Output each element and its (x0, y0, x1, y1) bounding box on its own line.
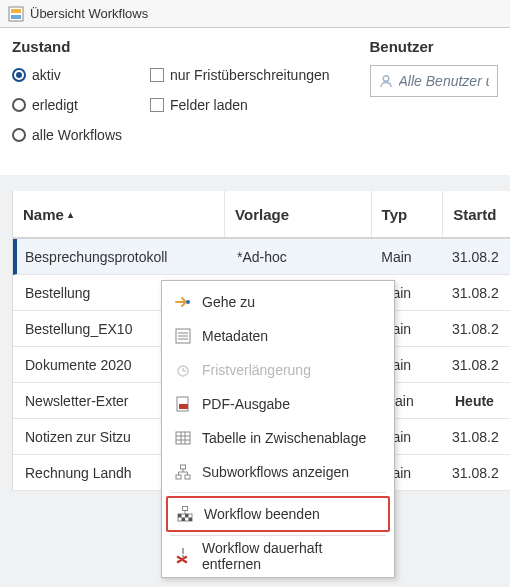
check-felder-laden[interactable]: Felder laden (150, 95, 330, 115)
col-header-startdatum[interactable]: Startd (443, 191, 510, 237)
svg-point-4 (186, 300, 190, 304)
check-label: nur Fristüberschreitungen (170, 67, 330, 83)
frist-icon (174, 361, 192, 379)
end-icon (176, 505, 194, 523)
menu-item-table[interactable]: Tabelle in Zwischenablage (166, 421, 390, 455)
svg-rect-2 (11, 15, 21, 19)
svg-rect-20 (176, 475, 181, 479)
col-header-label: Startd (453, 206, 496, 223)
svg-point-3 (383, 76, 389, 82)
cell-startdatum: 31.08.2 (440, 429, 510, 445)
cell-startdatum: 31.08.2 (440, 249, 510, 265)
goto-icon (174, 293, 192, 311)
pdf-icon (174, 395, 192, 413)
svg-rect-26 (185, 514, 189, 518)
filter-panel: Zustand aktiv erledigt alle Workflows (0, 28, 510, 175)
cell-vorlage: *Ad-hoc (225, 249, 369, 265)
cell-startdatum: 31.08.2 (440, 285, 510, 301)
radio-icon (12, 98, 26, 112)
cell-name: Besprechungsprotokoll (17, 249, 225, 265)
radio-alle-workflows[interactable]: alle Workflows (12, 125, 122, 145)
grid-header: Name Vorlage Typ Startd (13, 191, 510, 239)
checkbox-icon (150, 98, 164, 112)
window-title: Übersicht Workflows (30, 6, 148, 21)
menu-separator (170, 535, 386, 536)
user-icon (379, 74, 393, 88)
svg-rect-19 (181, 465, 186, 469)
menu-item-label: PDF-Ausgabe (202, 396, 290, 412)
svg-rect-27 (182, 518, 186, 522)
svg-rect-28 (189, 518, 193, 522)
del-icon (174, 547, 192, 565)
cell-startdatum: Heute (443, 393, 510, 409)
benutzer-heading: Benutzer (370, 38, 498, 55)
menu-item-label: Subworkflows anzeigen (202, 464, 349, 480)
menu-item-meta[interactable]: Metadaten (166, 319, 390, 353)
cell-startdatum: 31.08.2 (440, 465, 510, 481)
col-header-name[interactable]: Name (13, 191, 225, 237)
sub-icon (174, 463, 192, 481)
checkbox-icon (150, 68, 164, 82)
window-title-bar: Übersicht Workflows (0, 0, 510, 28)
radio-label: alle Workflows (32, 127, 122, 143)
menu-item-end[interactable]: Workflow beenden (166, 496, 390, 532)
col-header-label: Vorlage (235, 206, 289, 223)
svg-point-30 (182, 555, 184, 557)
cell-startdatum: 31.08.2 (440, 321, 510, 337)
radio-erledigt[interactable]: erledigt (12, 95, 122, 115)
cell-typ: Main (369, 249, 440, 265)
meta-icon (174, 327, 192, 345)
context-menu: Gehe zuMetadatenFristverlängerungPDF-Aus… (161, 280, 395, 578)
menu-item-label: Workflow beenden (204, 506, 320, 522)
col-header-label: Typ (382, 206, 408, 223)
radio-aktiv[interactable]: aktiv (12, 65, 122, 85)
app-icon (8, 6, 24, 22)
zustand-group: Zustand aktiv erledigt alle Workflows (12, 38, 330, 145)
svg-rect-25 (178, 514, 182, 518)
table-row[interactable]: Besprechungsprotokoll*Ad-hocMain31.08.2 (13, 239, 510, 275)
menu-item-del[interactable]: Workflow dauerhaft entfernen (166, 539, 390, 573)
menu-item-pdf[interactable]: PDF-Ausgabe (166, 387, 390, 421)
menu-item-label: Gehe zu (202, 294, 255, 310)
check-label: Felder laden (170, 97, 248, 113)
menu-separator (170, 492, 386, 493)
user-select[interactable]: Alle Benutzer und Gr (370, 65, 498, 97)
menu-item-goto[interactable]: Gehe zu (166, 285, 390, 319)
menu-item-label: Tabelle in Zwischenablage (202, 430, 366, 446)
menu-item-label: Fristverlängerung (202, 362, 311, 378)
zustand-heading: Zustand (12, 38, 330, 55)
svg-rect-22 (183, 507, 188, 511)
col-header-typ[interactable]: Typ (372, 191, 444, 237)
svg-rect-21 (185, 475, 190, 479)
radio-icon (12, 68, 26, 82)
radio-icon (12, 128, 26, 142)
svg-rect-13 (179, 404, 188, 409)
user-select-placeholder: Alle Benutzer und Gr (399, 73, 489, 89)
menu-item-frist: Fristverlängerung (166, 353, 390, 387)
benutzer-group: Benutzer Alle Benutzer und Gr (370, 38, 498, 145)
svg-rect-1 (11, 9, 21, 13)
menu-item-label: Metadaten (202, 328, 268, 344)
col-header-vorlage[interactable]: Vorlage (225, 191, 372, 237)
radio-label: aktiv (32, 67, 61, 83)
table-icon (174, 429, 192, 447)
col-header-label: Name (23, 206, 64, 223)
svg-rect-14 (176, 432, 190, 444)
menu-item-sub[interactable]: Subworkflows anzeigen (166, 455, 390, 489)
cell-startdatum: 31.08.2 (440, 357, 510, 373)
check-frist[interactable]: nur Fristüberschreitungen (150, 65, 330, 85)
menu-item-label: Workflow dauerhaft entfernen (202, 540, 382, 572)
radio-label: erledigt (32, 97, 78, 113)
